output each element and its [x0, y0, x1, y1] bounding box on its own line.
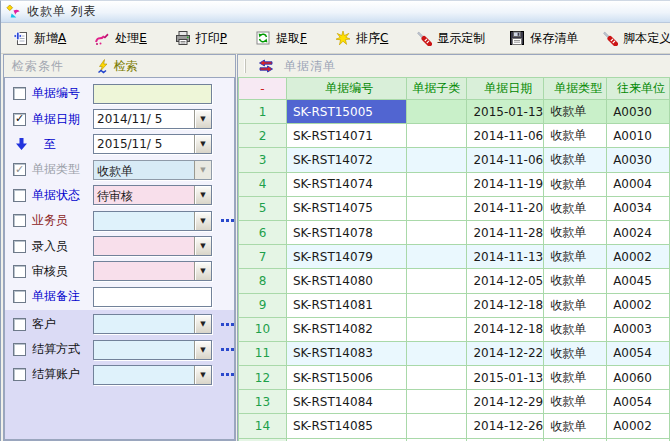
filter-value[interactable]	[94, 366, 194, 384]
filter-value[interactable]: 2014/11/ 5	[94, 110, 194, 128]
doc-number-cell[interactable]: SK-RST14071	[287, 124, 407, 148]
doc-date-cell[interactable]: 2014-12-18	[467, 318, 544, 342]
filter-checkbox[interactable]: ✓	[13, 87, 26, 100]
doc-type-cell[interactable]: 收款单	[544, 221, 607, 245]
combo-arrow-button[interactable]: ▼	[194, 262, 211, 280]
doc-subtype-cell[interactable]	[407, 100, 468, 124]
filter-value[interactable]	[94, 237, 194, 255]
doc-date-cell[interactable]: 2015-01-13	[467, 100, 544, 124]
doc-type-cell[interactable]: 收款单	[544, 124, 607, 148]
unit-cell[interactable]: A0004	[607, 173, 670, 197]
filter-value[interactable]	[94, 341, 194, 359]
filter-checkbox[interactable]: ✓	[13, 343, 26, 356]
filter-checkbox[interactable]: ✓	[13, 189, 26, 202]
table-row[interactable]: 11 SK-RST14083 2014-12-22 收款单 A0054	[239, 342, 670, 366]
ellipsis-button[interactable]	[221, 219, 234, 222]
column-header-unit[interactable]: 往来单位	[607, 78, 670, 100]
table-row[interactable]: 14 SK-RST14085 2014-12-26 收款单 A0002	[239, 414, 670, 438]
unit-cell[interactable]: A0002	[607, 294, 670, 318]
column-header-doc-number[interactable]: 单据编号	[287, 78, 407, 100]
doc-type-cell[interactable]: 收款单	[544, 245, 607, 269]
doc-number-cell[interactable]: SK-RST14075	[287, 197, 407, 221]
doc-subtype-cell[interactable]	[407, 318, 468, 342]
unit-cell[interactable]: A0030	[607, 148, 670, 172]
doc-number-cell[interactable]: SK-RST14082	[287, 318, 407, 342]
doc-subtype-cell[interactable]	[407, 342, 468, 366]
combo-arrow-button[interactable]: ▼	[194, 212, 211, 230]
doc-subtype-cell[interactable]	[407, 148, 468, 172]
extract-button[interactable]: 提取F	[251, 27, 311, 50]
doc-subtype-cell[interactable]	[407, 173, 468, 197]
filter-checkbox[interactable]: ✓	[13, 265, 26, 278]
doc-number-cell[interactable]: SK-RST14080	[287, 269, 407, 293]
unit-cell[interactable]: A0024	[607, 221, 670, 245]
doc-date-cell[interactable]: 2014-12-05	[467, 269, 544, 293]
doc-date-cell[interactable]: 2014-12-18	[467, 294, 544, 318]
filter-checkbox[interactable]: ✓	[13, 318, 26, 331]
filter-value[interactable]	[94, 262, 194, 280]
unit-cell[interactable]: A0010	[607, 124, 670, 148]
table-row[interactable]: 12 SK-RST15006 2015-01-13 收款单 A0060	[239, 366, 670, 390]
unit-cell[interactable]: A0054	[607, 342, 670, 366]
combo-arrow-button[interactable]: ▼	[194, 110, 211, 128]
table-row[interactable]: 1 SK-RST15005 2015-01-13 收款单 A0030	[239, 100, 670, 124]
doc-date-cell[interactable]: 2014-11-06	[467, 148, 544, 172]
doc-subtype-cell[interactable]	[407, 269, 468, 293]
unit-cell[interactable]: A0002	[607, 414, 670, 438]
combo-arrow-button[interactable]: ▼	[194, 135, 211, 153]
unit-cell[interactable]: A0030	[607, 100, 670, 124]
table-row[interactable]: 10 SK-RST14082 2014-12-18 收款单 A0003	[239, 318, 670, 342]
table-row[interactable]: 6 SK-RST14078 2014-11-28 收款单 A0024	[239, 221, 670, 245]
combo-arrow-button[interactable]: ▼	[194, 341, 211, 359]
doc-number-cell[interactable]: SK-RST14085	[287, 414, 407, 438]
doc-date-cell[interactable]: 2014-11-13	[467, 245, 544, 269]
doc-number-cell[interactable]: SK-RST14072	[287, 148, 407, 172]
column-header-doc-subtype[interactable]: 单据子类	[407, 78, 468, 100]
doc-date-cell[interactable]: 2014-12-29	[467, 390, 544, 414]
doc-date-cell[interactable]: 2014-11-20	[467, 197, 544, 221]
doc-subtype-cell[interactable]	[407, 294, 468, 318]
doc-date-cell[interactable]: 2014-11-19	[467, 173, 544, 197]
doc-number-cell[interactable]: SK-RST15006	[287, 366, 407, 390]
doc-date-cell[interactable]: 2014-11-28	[467, 221, 544, 245]
filter-checkbox[interactable]: ✓	[13, 163, 26, 176]
ellipsis-button[interactable]	[221, 373, 234, 376]
doc-type-cell[interactable]: 收款单	[544, 342, 607, 366]
doc-type-cell[interactable]: 收款单	[544, 294, 607, 318]
filter-value[interactable]: 收款单	[94, 161, 194, 179]
doc-subtype-cell[interactable]	[407, 197, 468, 221]
column-header-doc-type[interactable]: 单据类型	[544, 78, 607, 100]
doc-type-cell[interactable]: 收款单	[544, 197, 607, 221]
ellipsis-button[interactable]	[221, 323, 234, 326]
unit-cell[interactable]: A0054	[607, 390, 670, 414]
new-button[interactable]: 新增A	[9, 27, 70, 50]
combo-arrow-button[interactable]: ▼	[194, 237, 211, 255]
column-header-index[interactable]: -	[239, 78, 287, 100]
filter-value[interactable]	[94, 212, 194, 230]
script-define-button[interactable]: 脚本定义	[598, 27, 670, 50]
sort-button[interactable]: 排序C	[331, 27, 392, 50]
filter-checkbox[interactable]: ✓	[13, 214, 26, 227]
combo-arrow-button[interactable]: ▼	[194, 161, 211, 179]
filter-value[interactable]: 待审核	[94, 186, 194, 204]
doc-number-cell[interactable]: SK-RST14081	[287, 294, 407, 318]
unit-cell[interactable]: A0045	[607, 269, 670, 293]
doc-type-cell[interactable]: 收款单	[544, 390, 607, 414]
display-customize-button[interactable]: 显示定制	[412, 27, 489, 50]
filter-value[interactable]: 2015/11/ 5	[94, 135, 194, 153]
unit-cell[interactable]: A0060	[607, 366, 670, 390]
combo-arrow-button[interactable]: ▼	[194, 186, 211, 204]
unit-cell[interactable]: A0002	[607, 245, 670, 269]
doc-subtype-cell[interactable]	[407, 124, 468, 148]
doc-type-cell[interactable]: 收款单	[544, 173, 607, 197]
filter-checkbox[interactable]: ✓	[13, 290, 26, 303]
doc-type-cell[interactable]: 收款单	[544, 318, 607, 342]
process-button[interactable]: 处理E	[90, 27, 151, 50]
combo-arrow-button[interactable]: ▼	[194, 366, 211, 384]
doc-subtype-cell[interactable]	[407, 245, 468, 269]
doc-date-cell[interactable]: 2015-01-13	[467, 366, 544, 390]
filter-value[interactable]	[94, 288, 211, 306]
table-row[interactable]: 13 SK-RST14084 2014-12-29 收款单 A0054	[239, 390, 670, 414]
doc-type-cell[interactable]: 收款单	[544, 148, 607, 172]
filter-value[interactable]	[94, 315, 194, 333]
